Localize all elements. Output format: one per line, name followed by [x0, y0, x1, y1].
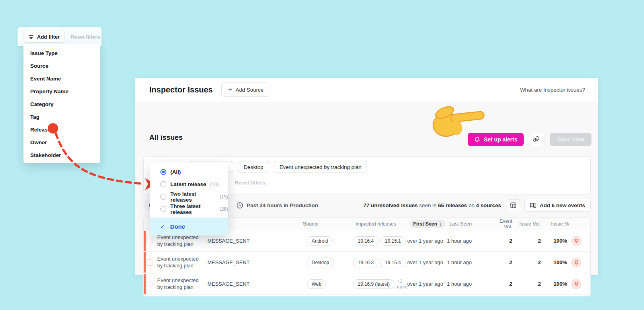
view-actions: Set up alerts Save View	[468, 133, 591, 146]
filter-menu-item-issue-type[interactable]: Issue Type	[23, 47, 100, 59]
widget-add-filter-label: Add filter	[37, 34, 60, 40]
time-range-label: Past 24 hours in Production	[247, 202, 318, 208]
sort-down-icon: ↓	[439, 221, 441, 227]
release-option-two-latest[interactable]: Two latest releases (19)	[150, 190, 228, 203]
filter-menu-item-event-name[interactable]: Event Name	[23, 72, 100, 85]
stat-seen-in: seen in	[418, 202, 438, 208]
release-option-count: (26)	[220, 206, 228, 212]
filter-menu-item-tag[interactable]: Tag	[23, 110, 100, 123]
col-impacted-releases[interactable]: Impacted releases	[353, 221, 407, 227]
release-chip: 19.16.3	[353, 258, 379, 267]
save-view-button[interactable]: Save View	[550, 133, 591, 146]
row-checkbox[interactable]	[146, 238, 152, 244]
col-last-seen[interactable]: Last Seen	[447, 221, 488, 227]
table-icon	[510, 202, 516, 208]
filter-menu-item-property-name[interactable]: Property Name	[23, 85, 100, 98]
col-event-vol[interactable]: Event Vol.	[488, 218, 516, 230]
release-chip: 19.16.4	[353, 236, 379, 246]
col-issue-pct[interactable]: Issue %	[545, 221, 571, 227]
quick-filter-desktop[interactable]: Desktop	[238, 161, 269, 173]
more-releases-label[interactable]: +1 more	[397, 279, 408, 290]
all-issues-heading: All issues	[149, 133, 183, 142]
release-option-all[interactable]: (All)	[150, 166, 228, 178]
plus-icon: +	[228, 86, 232, 93]
issue-alert-icon[interactable]	[571, 279, 582, 289]
col-issue-vol[interactable]: Issue Vol.	[516, 221, 545, 227]
issue-name[interactable]: Event unexpected by tracking plan	[153, 256, 205, 269]
row-checkbox[interactable]	[146, 281, 152, 287]
time-range[interactable]: Past 24 hours in Production	[236, 202, 318, 209]
copy-link-button[interactable]	[529, 133, 545, 146]
event-vol-value: 2	[488, 281, 516, 287]
issue-name[interactable]: Event unexpected by tracking plan	[153, 234, 205, 248]
issues-stats: 77 unresolved issues seen in 65 releases…	[363, 202, 501, 208]
add-source-button[interactable]: + Add Source	[221, 82, 270, 97]
issue-pct-value: 100%	[545, 281, 571, 287]
release-option-count: (10)	[210, 182, 219, 187]
set-up-alerts-label: Set up alerts	[484, 136, 517, 143]
reset-filters-button[interactable]: Reset filters	[235, 180, 265, 186]
filter-menu-item-release[interactable]: Release	[23, 123, 100, 136]
release-dropdown: (All) Latest release (10) Two latest rel…	[150, 163, 228, 235]
release-option-three-latest[interactable]: Three latest releases (26)	[150, 203, 228, 215]
table-row[interactable]: Event unexpected by tracking plan MESSAG…	[144, 252, 590, 273]
issue-pct-value: 100%	[545, 259, 571, 265]
map-plus-icon	[530, 202, 536, 208]
property-value: MESSAGE_SENT	[205, 238, 275, 244]
release-option-label: (All)	[170, 169, 181, 175]
issue-vol-value: 2	[516, 281, 545, 287]
filter-widget-toolbar: Add filter Reset filters	[18, 27, 101, 46]
event-vol-value: 2	[488, 259, 516, 265]
add-new-events-button[interactable]: Add 6 new events	[524, 199, 591, 212]
set-up-alerts-button[interactable]: Set up alerts	[468, 133, 524, 146]
col-source[interactable]: Source	[275, 221, 353, 227]
last-seen-value: 1 hour ago	[447, 238, 488, 244]
first-seen-value: over 1 year ago	[407, 281, 447, 287]
stat-sources: 4 sources	[476, 202, 501, 208]
release-option-label: Latest release	[170, 181, 206, 187]
panel-header: Inspector Issues + Add Source What are I…	[135, 78, 598, 102]
check-icon: ✓	[160, 223, 165, 230]
release-chip: 19.15.4	[380, 258, 406, 267]
quick-filter-event-unexpected[interactable]: Event unexpected by tracking plan	[274, 161, 367, 173]
widget-add-filter-button[interactable]: Add filter	[23, 31, 65, 43]
issue-name[interactable]: Event unexpected by tracking plan	[153, 277, 205, 291]
first-seen-value: over 1 year ago	[407, 238, 447, 244]
issue-vol-value: 2	[516, 259, 545, 265]
issue-alert-icon[interactable]	[571, 257, 582, 268]
release-option-latest[interactable]: Latest release (10)	[150, 178, 228, 190]
event-vol-value: 2	[488, 238, 516, 244]
stat-on: on	[467, 202, 476, 208]
filter-menu-item-owner[interactable]: Owner	[23, 136, 100, 149]
help-link[interactable]: What are Inspector issues?	[520, 87, 585, 93]
property-value: MESSAGE_SENT	[205, 281, 275, 287]
link-icon	[533, 136, 540, 143]
clock-icon	[236, 202, 243, 209]
done-button[interactable]: ✓ Done	[150, 218, 228, 235]
release-option-count: (19)	[220, 194, 228, 200]
row-checkbox[interactable]	[146, 259, 152, 266]
stat-releases: 65 releases	[438, 202, 467, 208]
issue-pct-value: 100%	[545, 238, 571, 244]
add-new-events-label: Add 6 new events	[540, 202, 585, 208]
col-first-seen[interactable]: First Seen↓	[407, 220, 447, 228]
table-view-button[interactable]	[507, 199, 520, 211]
filter-icon	[28, 34, 34, 39]
radio-icon	[160, 181, 166, 187]
widget-reset-filters-button[interactable]: Reset filters	[70, 34, 100, 40]
filter-menu: Issue Type Source Event Name Property Na…	[23, 44, 100, 163]
radio-icon	[160, 194, 166, 200]
filter-menu-item-stakeholder[interactable]: Stakeholder	[23, 149, 100, 161]
source-chip: Web	[307, 279, 326, 289]
radio-icon	[160, 206, 166, 212]
filter-menu-item-source[interactable]: Source	[23, 59, 100, 72]
table-row[interactable]: Event unexpected by tracking plan MESSAG…	[144, 273, 590, 295]
release-chip: 19.16.9 (latest)	[353, 279, 394, 289]
issue-alert-icon[interactable]	[571, 236, 582, 246]
filter-menu-item-category[interactable]: Category	[23, 98, 100, 110]
source-chip: Android	[307, 236, 333, 246]
first-seen-value: over 1 year ago	[407, 259, 447, 265]
property-value: MESSAGE_SENT	[205, 259, 275, 265]
issue-vol-value: 2	[516, 238, 545, 244]
page-title: Inspector Issues	[149, 85, 213, 94]
